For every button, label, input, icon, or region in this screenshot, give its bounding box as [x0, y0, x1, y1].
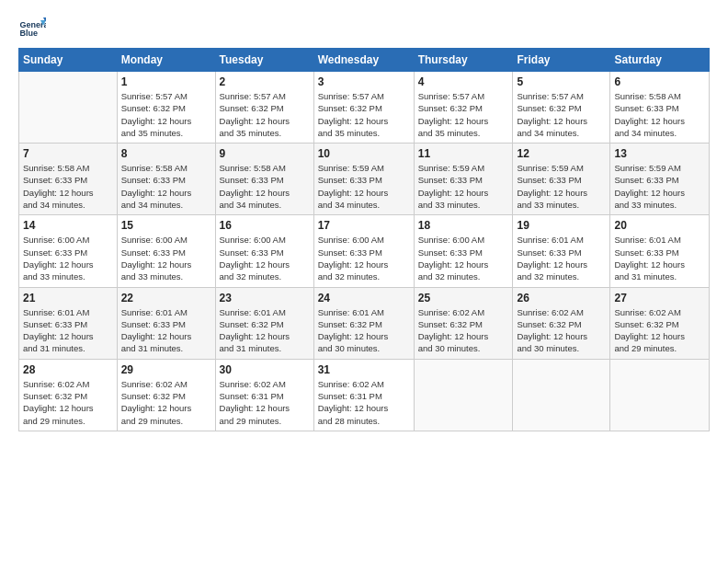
day-info: Sunrise: 5:57 AMSunset: 6:32 PMDaylight:…: [318, 90, 410, 139]
day-info: Sunrise: 6:02 AMSunset: 6:32 PMDaylight:…: [121, 378, 211, 427]
calendar-cell: 28Sunrise: 6:02 AMSunset: 6:32 PMDayligh…: [19, 359, 118, 431]
day-number: 10: [318, 147, 410, 160]
weekday-header-monday: Monday: [117, 49, 215, 72]
day-info: Sunrise: 5:58 AMSunset: 6:33 PMDaylight:…: [121, 162, 211, 211]
weekday-header-saturday: Saturday: [610, 49, 710, 72]
day-number: 14: [23, 219, 113, 232]
day-info: Sunrise: 6:01 AMSunset: 6:32 PMDaylight:…: [318, 306, 410, 355]
day-info: Sunrise: 5:58 AMSunset: 6:33 PMDaylight:…: [23, 162, 113, 211]
day-info: Sunrise: 5:57 AMSunset: 6:32 PMDaylight:…: [220, 90, 310, 139]
calendar-cell: 1Sunrise: 5:57 AMSunset: 6:32 PMDaylight…: [117, 72, 215, 144]
calendar-cell: 30Sunrise: 6:02 AMSunset: 6:31 PMDayligh…: [215, 359, 313, 431]
calendar-cell: 16Sunrise: 6:00 AMSunset: 6:33 PMDayligh…: [215, 215, 313, 287]
calendar-cell: [414, 359, 513, 431]
calendar-cell: 23Sunrise: 6:01 AMSunset: 6:32 PMDayligh…: [215, 287, 313, 359]
day-info: Sunrise: 5:59 AMSunset: 6:33 PMDaylight:…: [517, 162, 606, 211]
day-info: Sunrise: 6:01 AMSunset: 6:33 PMDaylight:…: [23, 306, 113, 355]
calendar-cell: 26Sunrise: 6:02 AMSunset: 6:32 PMDayligh…: [513, 287, 610, 359]
calendar-cell: 25Sunrise: 6:02 AMSunset: 6:32 PMDayligh…: [414, 287, 513, 359]
day-number: 22: [121, 292, 211, 304]
calendar-cell: 24Sunrise: 6:01 AMSunset: 6:32 PMDayligh…: [313, 287, 414, 359]
calendar-cell: [513, 359, 610, 431]
day-number: 7: [23, 147, 113, 160]
calendar-cell: [19, 72, 118, 144]
day-info: Sunrise: 5:59 AMSunset: 6:33 PMDaylight:…: [318, 162, 410, 211]
day-number: 19: [517, 219, 606, 232]
day-info: Sunrise: 6:02 AMSunset: 6:31 PMDaylight:…: [220, 378, 310, 427]
day-info: Sunrise: 6:00 AMSunset: 6:33 PMDaylight:…: [418, 234, 509, 282]
day-number: 17: [318, 219, 410, 232]
calendar-cell: 27Sunrise: 6:02 AMSunset: 6:32 PMDayligh…: [610, 287, 710, 359]
day-number: 20: [614, 219, 705, 232]
day-number: 4: [418, 75, 509, 88]
calendar-cell: 3Sunrise: 5:57 AMSunset: 6:32 PMDaylight…: [313, 72, 414, 144]
weekday-header-sunday: Sunday: [19, 49, 118, 72]
day-info: Sunrise: 6:02 AMSunset: 6:31 PMDaylight:…: [318, 378, 410, 427]
day-number: 9: [220, 147, 310, 160]
calendar-table: SundayMondayTuesdayWednesdayThursdayFrid…: [18, 48, 710, 431]
calendar-cell: 17Sunrise: 6:00 AMSunset: 6:33 PMDayligh…: [313, 215, 414, 287]
day-number: 18: [418, 219, 509, 232]
calendar-cell: 6Sunrise: 5:58 AMSunset: 6:33 PMDaylight…: [610, 72, 710, 144]
day-number: 8: [121, 147, 211, 160]
calendar-cell: 29Sunrise: 6:02 AMSunset: 6:32 PMDayligh…: [117, 359, 215, 431]
calendar-cell: 12Sunrise: 5:59 AMSunset: 6:33 PMDayligh…: [513, 144, 610, 215]
day-number: 13: [614, 147, 705, 160]
day-number: 3: [318, 75, 410, 88]
calendar-cell: 15Sunrise: 6:00 AMSunset: 6:33 PMDayligh…: [117, 215, 215, 287]
day-info: Sunrise: 5:57 AMSunset: 6:32 PMDaylight:…: [517, 90, 606, 139]
day-number: 6: [614, 75, 705, 88]
weekday-header-friday: Friday: [513, 49, 610, 72]
calendar-cell: 19Sunrise: 6:01 AMSunset: 6:33 PMDayligh…: [513, 215, 610, 287]
day-info: Sunrise: 6:02 AMSunset: 6:32 PMDaylight:…: [23, 378, 113, 427]
day-number: 27: [614, 292, 705, 304]
day-number: 30: [220, 363, 310, 376]
calendar-cell: 9Sunrise: 5:58 AMSunset: 6:33 PMDaylight…: [215, 144, 313, 215]
day-number: 2: [220, 75, 310, 88]
calendar-cell: 18Sunrise: 6:00 AMSunset: 6:33 PMDayligh…: [414, 215, 513, 287]
day-info: Sunrise: 6:00 AMSunset: 6:33 PMDaylight:…: [220, 234, 310, 282]
calendar-cell: 14Sunrise: 6:00 AMSunset: 6:33 PMDayligh…: [19, 215, 118, 287]
day-info: Sunrise: 6:02 AMSunset: 6:32 PMDaylight:…: [517, 306, 606, 355]
day-number: 25: [418, 292, 509, 304]
day-info: Sunrise: 6:00 AMSunset: 6:33 PMDaylight:…: [23, 234, 113, 282]
day-number: 12: [517, 147, 606, 160]
day-info: Sunrise: 5:58 AMSunset: 6:33 PMDaylight:…: [220, 162, 310, 211]
day-number: 16: [220, 219, 310, 232]
day-number: 28: [23, 363, 113, 376]
day-number: 29: [121, 363, 211, 376]
day-info: Sunrise: 6:00 AMSunset: 6:33 PMDaylight:…: [121, 234, 211, 282]
svg-text:Blue: Blue: [20, 29, 39, 38]
day-number: 24: [318, 292, 410, 304]
day-info: Sunrise: 6:01 AMSunset: 6:33 PMDaylight:…: [517, 234, 606, 282]
day-info: Sunrise: 5:58 AMSunset: 6:33 PMDaylight:…: [614, 90, 705, 139]
calendar-cell: 5Sunrise: 5:57 AMSunset: 6:32 PMDaylight…: [513, 72, 610, 144]
weekday-header-thursday: Thursday: [414, 49, 513, 72]
day-info: Sunrise: 6:01 AMSunset: 6:33 PMDaylight:…: [614, 234, 705, 282]
day-info: Sunrise: 6:01 AMSunset: 6:32 PMDaylight:…: [220, 306, 310, 355]
logo: General Blue: [18, 15, 50, 42]
day-info: Sunrise: 6:02 AMSunset: 6:32 PMDaylight:…: [418, 306, 509, 355]
calendar-cell: 2Sunrise: 5:57 AMSunset: 6:32 PMDaylight…: [215, 72, 313, 144]
calendar-cell: 22Sunrise: 6:01 AMSunset: 6:33 PMDayligh…: [117, 287, 215, 359]
calendar-cell: 10Sunrise: 5:59 AMSunset: 6:33 PMDayligh…: [313, 144, 414, 215]
weekday-header-wednesday: Wednesday: [313, 49, 414, 72]
day-info: Sunrise: 5:59 AMSunset: 6:33 PMDaylight:…: [418, 162, 509, 211]
calendar-cell: 8Sunrise: 5:58 AMSunset: 6:33 PMDaylight…: [117, 144, 215, 215]
day-info: Sunrise: 6:00 AMSunset: 6:33 PMDaylight:…: [318, 234, 410, 282]
day-number: 26: [517, 292, 606, 304]
calendar-cell: [610, 359, 710, 431]
day-number: 15: [121, 219, 211, 232]
calendar-cell: 11Sunrise: 5:59 AMSunset: 6:33 PMDayligh…: [414, 144, 513, 215]
day-info: Sunrise: 5:59 AMSunset: 6:33 PMDaylight:…: [614, 162, 705, 211]
calendar-cell: 7Sunrise: 5:58 AMSunset: 6:33 PMDaylight…: [19, 144, 118, 215]
day-number: 23: [220, 292, 310, 304]
day-info: Sunrise: 5:57 AMSunset: 6:32 PMDaylight:…: [121, 90, 211, 139]
day-info: Sunrise: 6:02 AMSunset: 6:32 PMDaylight:…: [614, 306, 705, 355]
calendar-cell: 4Sunrise: 5:57 AMSunset: 6:32 PMDaylight…: [414, 72, 513, 144]
day-number: 21: [23, 292, 113, 304]
weekday-header-tuesday: Tuesday: [215, 49, 313, 72]
day-number: 11: [418, 147, 509, 160]
calendar-cell: 31Sunrise: 6:02 AMSunset: 6:31 PMDayligh…: [313, 359, 414, 431]
day-number: 1: [121, 75, 211, 88]
